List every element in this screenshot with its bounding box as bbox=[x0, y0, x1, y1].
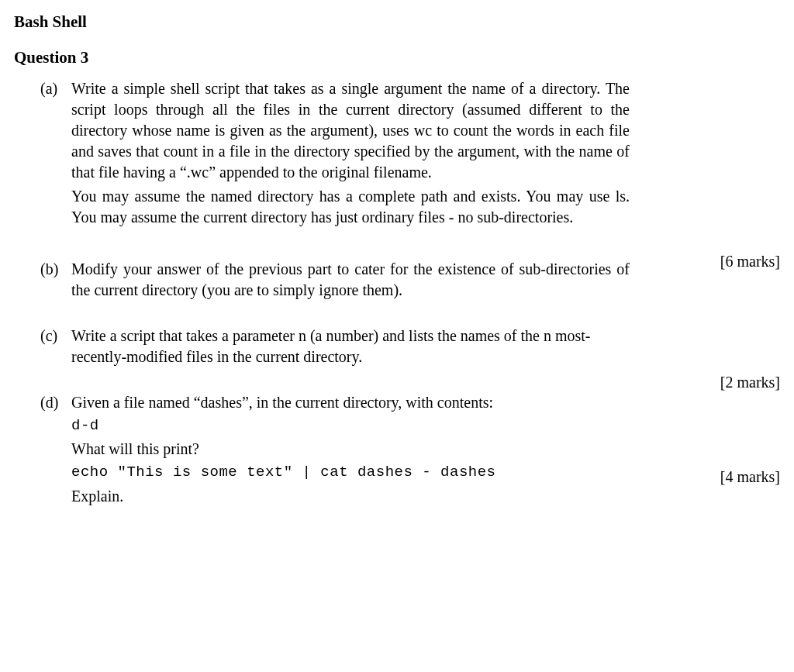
part-b-p1: Modify your answer of the previous part … bbox=[71, 259, 630, 301]
part-d-p3: Explain. bbox=[71, 486, 630, 507]
part-body: Write a simple shell script that takes a… bbox=[71, 78, 630, 231]
part-label: (b) bbox=[40, 259, 71, 304]
part-label: (a) bbox=[40, 78, 71, 231]
parts-list: (a) Write a simple shell script that tak… bbox=[40, 78, 780, 510]
question-title: Question 3 bbox=[14, 47, 780, 68]
part-a: (a) Write a simple shell script that tak… bbox=[40, 78, 630, 231]
part-a-p1: Write a simple shell script that takes a… bbox=[71, 78, 630, 183]
part-d-code1: d-d bbox=[71, 416, 630, 436]
part-body: Write a script that takes a parameter n … bbox=[71, 326, 630, 370]
part-a-marks: [6 marks] bbox=[720, 251, 780, 272]
part-c-p1: Write a script that takes a parameter n … bbox=[71, 326, 630, 367]
part-d-code2: echo "This is some text" | cat dashes - … bbox=[71, 463, 630, 483]
part-b-marks: [2 marks] bbox=[720, 372, 780, 393]
part-c-marks: [4 marks] bbox=[720, 467, 780, 488]
exam-question-container: Bash Shell Question 3 (a) Write a simple… bbox=[14, 11, 780, 510]
part-label: (d) bbox=[40, 392, 71, 510]
part-d: (d) Given a file named “dashes”, in the … bbox=[40, 392, 630, 510]
part-body: Given a file named “dashes”, in the curr… bbox=[71, 392, 630, 510]
part-b: (b) Modify your answer of the previous p… bbox=[40, 259, 630, 304]
part-body: Modify your answer of the previous part … bbox=[71, 259, 630, 304]
part-c: (c) Write a script that takes a paramete… bbox=[40, 326, 630, 370]
part-label: (c) bbox=[40, 326, 71, 370]
part-a-p2: You may assume the named directory has a… bbox=[71, 186, 630, 228]
part-d-p1: Given a file named “dashes”, in the curr… bbox=[71, 392, 630, 413]
section-title: Bash Shell bbox=[14, 11, 780, 33]
part-d-p2: What will this print? bbox=[71, 439, 630, 460]
